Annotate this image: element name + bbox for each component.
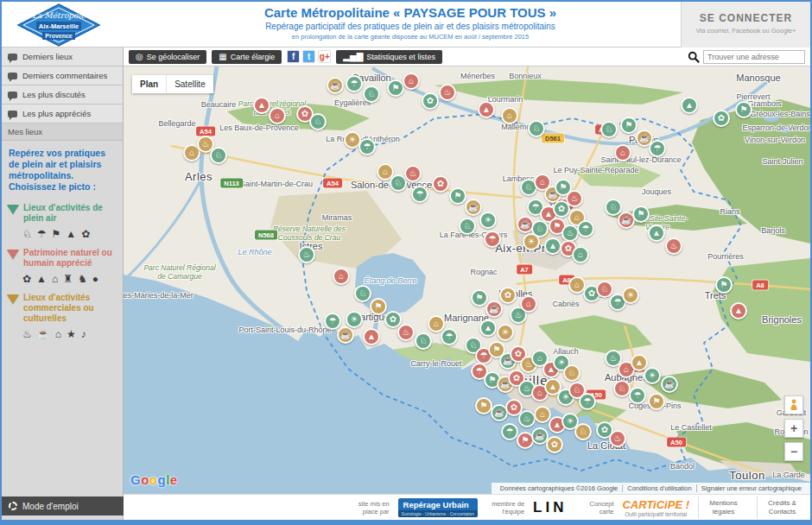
map-marker[interactable]: ⚑ bbox=[632, 206, 650, 223]
map-marker[interactable]: ♘ bbox=[600, 121, 618, 138]
map-marker[interactable]: ♘ bbox=[354, 285, 371, 302]
address-search-input[interactable] bbox=[703, 50, 805, 64]
map-marker[interactable]: ⚑ bbox=[620, 117, 638, 134]
map-marker[interactable]: ☕ bbox=[327, 77, 344, 94]
map-marker[interactable]: ☀ bbox=[644, 367, 661, 384]
map-marker[interactable]: ✿ bbox=[422, 92, 439, 110]
map-marker[interactable]: ✿ bbox=[432, 175, 449, 193]
map-marker[interactable]: ⌂ bbox=[614, 144, 631, 161]
map-marker[interactable]: ▲ bbox=[478, 101, 495, 118]
map-marker[interactable]: ☂ bbox=[441, 328, 458, 345]
map-marker[interactable]: ♨ bbox=[397, 324, 415, 341]
market-icon[interactable]: ⌂ bbox=[55, 328, 61, 340]
animal-icon[interactable]: ♞ bbox=[78, 273, 87, 285]
map-marker[interactable]: ⚑ bbox=[475, 397, 492, 414]
parasol-icon[interactable]: ☂ bbox=[37, 228, 47, 240]
map-marker[interactable]: ♨ bbox=[439, 84, 456, 101]
map-marker[interactable]: ♘ bbox=[415, 332, 432, 350]
sidebar-item[interactable]: Derniers lieux bbox=[2, 47, 123, 66]
zoom-in-button[interactable]: + bbox=[784, 419, 803, 438]
map-marker[interactable]: ♘ bbox=[563, 364, 580, 382]
map-type-plan-button[interactable]: Plan bbox=[132, 75, 166, 93]
culture-icon[interactable]: ★ bbox=[67, 328, 76, 340]
map-marker[interactable]: ♨ bbox=[561, 225, 579, 242]
map-marker[interactable]: ♨ bbox=[518, 410, 536, 427]
login-button[interactable]: SE CONNECTER Via courriel, Facebook ou G… bbox=[681, 2, 810, 47]
map-marker[interactable]: ⌂ bbox=[501, 107, 518, 124]
map-marker[interactable]: ☀ bbox=[479, 212, 497, 229]
map-marker[interactable]: ✿ bbox=[553, 200, 570, 218]
map-marker[interactable]: ▲ bbox=[363, 328, 380, 345]
map[interactable]: CavaillonMénerbesBonnieuxManosquePierrev… bbox=[124, 66, 810, 494]
map-marker[interactable]: ⚑ bbox=[715, 276, 733, 294]
carticipe-logo[interactable]: CARTiCiPE ! Outil participatif territori… bbox=[622, 498, 689, 517]
restaurant-icon[interactable]: ♨ bbox=[22, 328, 32, 340]
sidebar-item[interactable]: Les plus appréciés bbox=[2, 104, 123, 123]
tree-icon[interactable]: ✿ bbox=[22, 273, 31, 285]
map-marker[interactable]: ▲ bbox=[681, 97, 698, 114]
map-marker[interactable]: ⌂ bbox=[269, 107, 286, 124]
search-icon[interactable] bbox=[688, 51, 700, 63]
mode-demploi-button[interactable]: Mode d'emploi bbox=[2, 497, 124, 516]
map-marker[interactable]: ⌂ bbox=[403, 73, 420, 90]
terms-link[interactable]: Conditions d'utilisation bbox=[622, 484, 695, 492]
sidebar-item[interactable]: Derniers commentaires bbox=[2, 66, 123, 85]
map-marker[interactable]: ☀ bbox=[523, 233, 540, 250]
googleplus-icon[interactable]: g+ bbox=[318, 50, 331, 63]
geolocate-button[interactable]: ◎ Se géolocaliser bbox=[129, 50, 206, 64]
map-marker[interactable]: ⌂ bbox=[520, 295, 537, 313]
sidebar-item[interactable]: Les plus discutés bbox=[2, 85, 123, 104]
credits-contacts-link[interactable]: Crédits & Contacts bbox=[757, 497, 807, 519]
map-marker[interactable]: ⚑ bbox=[449, 187, 466, 205]
map-marker[interactable]: ▲ bbox=[253, 97, 270, 114]
map-marker[interactable]: ♨ bbox=[665, 237, 682, 255]
sidebar-item-my-places[interactable]: Mes lieux bbox=[2, 123, 123, 141]
map-type-satellite-button[interactable]: Satellite bbox=[166, 75, 213, 93]
map-marker[interactable]: ☕ bbox=[485, 300, 503, 318]
music-icon[interactable]: ♪ bbox=[81, 328, 86, 340]
map-marker[interactable]: ♘ bbox=[613, 380, 631, 397]
wide-map-button[interactable]: ▦ Carte élargie bbox=[212, 50, 282, 64]
map-marker[interactable]: ☀ bbox=[346, 311, 363, 328]
zoom-out-button[interactable]: − bbox=[784, 442, 803, 461]
map-marker[interactable]: ♘ bbox=[528, 120, 545, 137]
monument-icon[interactable]: ♜ bbox=[63, 273, 73, 285]
map-marker[interactable]: ☂ bbox=[579, 393, 596, 410]
map-marker[interactable]: ☂ bbox=[411, 186, 428, 203]
map-marker[interactable]: ☂ bbox=[577, 220, 594, 237]
map-marker[interactable]: ⚑ bbox=[387, 79, 404, 97]
map-marker[interactable]: ♨ bbox=[298, 246, 315, 263]
map-marker[interactable]: ♘ bbox=[459, 218, 476, 235]
map-marker[interactable]: ☕ bbox=[465, 199, 482, 216]
twitter-icon[interactable]: t bbox=[302, 50, 315, 63]
report-error-link[interactable]: Signaler une erreur cartographique bbox=[696, 484, 806, 492]
map-marker[interactable]: ☕ bbox=[337, 326, 354, 344]
google-logo[interactable]: Google bbox=[130, 472, 178, 487]
map-marker[interactable]: ✿ bbox=[499, 287, 517, 304]
metropole-logo[interactable]: La Métropole Aix-Marseille Provence bbox=[14, 3, 104, 47]
map-marker[interactable]: ☂ bbox=[324, 313, 341, 330]
map-marker[interactable]: ☀ bbox=[497, 324, 514, 341]
hiking-icon[interactable]: ⚑ bbox=[52, 228, 61, 240]
map-marker[interactable]: ▲ bbox=[648, 225, 665, 242]
site-icon[interactable]: ● bbox=[92, 273, 98, 285]
rider-icon[interactable]: ♘ bbox=[22, 228, 32, 240]
map-marker[interactable]: ☂ bbox=[649, 140, 666, 157]
map-marker[interactable]: ☂ bbox=[346, 75, 363, 92]
map-marker[interactable]: ☂ bbox=[501, 423, 518, 440]
map-marker[interactable]: ☀ bbox=[622, 287, 639, 304]
mentions-legales-link[interactable]: Mentions légales bbox=[698, 497, 748, 519]
map-marker[interactable]: ⚑ bbox=[735, 101, 752, 118]
peak-icon[interactable]: ▲ bbox=[36, 273, 47, 285]
legend-pin-icon[interactable] bbox=[7, 294, 19, 304]
cafe-icon[interactable]: ☕ bbox=[37, 328, 50, 340]
mountain-icon[interactable]: ▲ bbox=[66, 228, 76, 240]
pegman-control[interactable] bbox=[784, 395, 803, 414]
facebook-icon[interactable]: f bbox=[287, 50, 300, 63]
map-marker[interactable]: ▲ bbox=[479, 319, 497, 337]
legend-pin-icon[interactable] bbox=[7, 250, 19, 259]
map-marker[interactable]: ♘ bbox=[210, 147, 227, 164]
map-marker[interactable]: ▲ bbox=[730, 302, 747, 319]
map-marker[interactable]: ☕ bbox=[661, 376, 678, 393]
map-marker[interactable]: ♨ bbox=[609, 430, 626, 447]
